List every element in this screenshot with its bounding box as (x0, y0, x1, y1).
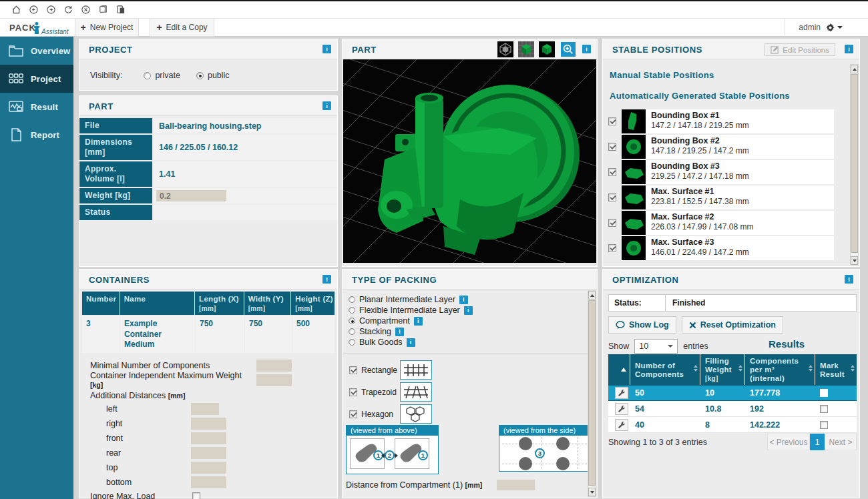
info-icon[interactable]: i (322, 45, 331, 53)
scroll-up-icon[interactable] (588, 291, 596, 300)
info-icon[interactable]: i (395, 328, 404, 336)
packing-type-option[interactable]: Stacking i (349, 326, 588, 337)
packing-radio[interactable] (349, 318, 355, 324)
copy-icon[interactable] (98, 5, 108, 15)
configure-result-button[interactable] (615, 419, 628, 431)
scroll-up-icon[interactable] (851, 65, 858, 73)
reload-icon[interactable] (63, 5, 73, 15)
distance-from-compartment-input[interactable] (497, 480, 535, 490)
packing-type-option[interactable]: Bulk Goods i (349, 337, 588, 348)
view-wireframe-button[interactable] (497, 41, 513, 57)
sort-icon[interactable] (851, 365, 855, 372)
sidebar-item-overview[interactable]: Overview (0, 37, 73, 65)
position-checkbox[interactable] (608, 244, 616, 252)
view-cube-button[interactable] (539, 41, 555, 57)
info-icon[interactable]: i (582, 45, 591, 53)
info-icon[interactable]: i (322, 101, 331, 110)
configure-result-button[interactable] (615, 403, 628, 415)
sort-icon[interactable] (738, 365, 742, 372)
position-checkbox[interactable] (608, 117, 616, 125)
results-header-cell[interactable]: Number ofComponents (630, 354, 700, 385)
results-header-cell[interactable] (608, 354, 630, 385)
stable-position-item[interactable]: Max. Surface #1 223.81 / 152.5 / 147.38 … (608, 185, 834, 209)
info-icon[interactable]: i (845, 45, 853, 53)
new-project-button[interactable]: + New Project (75, 19, 139, 37)
stable-position-item[interactable]: Bounding Box #1 147.2 / 147.18 / 219.25 … (608, 109, 834, 133)
min-components-input[interactable] (256, 360, 292, 372)
home-icon[interactable] (11, 5, 21, 15)
info-icon[interactable]: i (459, 296, 468, 304)
stable-position-item[interactable]: Max. Surface #3 146.01 / 224.49 / 147.2 … (608, 236, 834, 260)
back-icon[interactable] (29, 5, 39, 15)
scroll-thumb[interactable] (588, 300, 596, 486)
results-header-cell[interactable]: Componentsper m³(internal) (745, 354, 815, 385)
result-row[interactable]: 50 10 177.778 (608, 385, 857, 401)
sort-icon[interactable] (809, 365, 813, 372)
packing-type-option[interactable]: Compartment i (349, 316, 588, 326)
packing-scrollbar[interactable] (588, 290, 596, 497)
sidebar-item-report[interactable]: Report (0, 121, 73, 149)
packing-radio[interactable] (349, 339, 355, 346)
position-checkbox[interactable] (608, 143, 616, 151)
mark-result-checkbox[interactable] (820, 405, 828, 413)
ignore-max-load-checkbox[interactable] (192, 492, 200, 499)
packing-type-option[interactable]: Planar Intermediate Layer i (349, 294, 588, 305)
distance-input[interactable] (191, 418, 226, 430)
radio-private[interactable] (144, 72, 151, 79)
sort-icon[interactable] (694, 365, 698, 372)
packing-radio[interactable] (349, 296, 355, 303)
close-icon[interactable] (81, 5, 91, 15)
scroll-thumb[interactable] (851, 74, 858, 253)
info-icon[interactable]: i (322, 275, 331, 284)
weight-input[interactable]: 0.2 (156, 190, 226, 201)
configure-result-button[interactable] (615, 387, 628, 399)
edit-copy-button[interactable]: + Edit a Copy (150, 19, 214, 37)
info-icon[interactable]: i (464, 306, 473, 315)
stable-position-item[interactable]: Max. Surface #2 226.03 / 147.99 / 147.08… (608, 211, 834, 235)
mark-result-checkbox[interactable] (820, 421, 828, 429)
shape-checkbox[interactable] (349, 366, 357, 374)
position-checkbox[interactable] (608, 219, 616, 227)
zoom-button[interactable] (561, 42, 576, 57)
forward-icon[interactable] (46, 5, 56, 15)
containers-row[interactable]: 3Example Container Medium750750500 (82, 316, 335, 353)
sidebar-item-result[interactable]: Result (0, 93, 73, 121)
packing-radio[interactable] (349, 307, 355, 314)
distance-input[interactable] (191, 462, 226, 474)
visibility-public-option[interactable]: public (196, 71, 230, 80)
distance-input[interactable] (191, 476, 226, 488)
show-log-button[interactable]: Show Log (608, 316, 676, 334)
max-weight-input[interactable] (256, 374, 292, 386)
shape-checkbox[interactable] (349, 410, 357, 418)
page-1-button[interactable]: 1 (810, 434, 825, 450)
scroll-down-icon[interactable] (588, 488, 596, 496)
reset-optimization-button[interactable]: Reset Optimization (682, 316, 783, 334)
stable-position-item[interactable]: Bounding Box #2 147.18 / 219.25 / 147.2 … (608, 135, 834, 159)
position-checkbox[interactable] (608, 168, 616, 176)
result-row[interactable]: 54 10.8 192 (608, 401, 857, 417)
next-page-button[interactable]: Next > (825, 434, 857, 450)
paste-icon[interactable] (116, 5, 126, 15)
user-menu[interactable]: admin (799, 23, 843, 32)
packing-radio[interactable] (349, 328, 355, 335)
distance-input[interactable] (191, 447, 226, 459)
stable-position-item[interactable]: Bounding Box #3 219.25 / 147.2 / 147.18 … (608, 160, 834, 184)
radio-public[interactable] (196, 72, 204, 79)
scroll-down-icon[interactable] (851, 256, 858, 265)
distance-input[interactable] (191, 432, 226, 444)
results-header-cell[interactable]: FillingWeight[kg] (700, 354, 745, 385)
position-checkbox[interactable] (608, 193, 616, 201)
results-header-cell[interactable]: MarkResult (815, 354, 857, 385)
3d-viewer[interactable] (343, 59, 596, 263)
previous-page-button[interactable]: < Previous (767, 434, 810, 450)
stable-scrollbar[interactable] (850, 64, 859, 266)
shape-checkbox[interactable] (349, 388, 357, 396)
view-grid-cube-button[interactable] (518, 41, 534, 57)
sidebar-item-project[interactable]: Project (0, 65, 73, 93)
mark-result-checkbox[interactable] (820, 389, 828, 397)
packing-type-option[interactable]: Flexible Intermediate Layer i (349, 305, 588, 316)
entries-select[interactable]: 10 (634, 339, 678, 354)
visibility-private-option[interactable]: private (144, 71, 180, 80)
sort-asc-icon[interactable] (621, 368, 626, 372)
edit-positions-button[interactable]: Edit Positions (765, 43, 835, 56)
